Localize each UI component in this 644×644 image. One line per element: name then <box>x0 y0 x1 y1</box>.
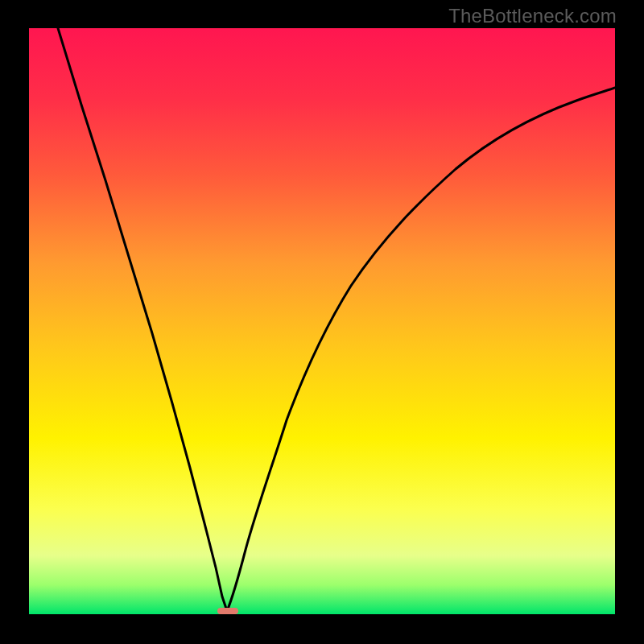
chart-frame: TheBottleneck.com <box>0 0 644 644</box>
cusp-marker <box>217 608 238 614</box>
gradient-background <box>29 28 615 614</box>
chart-svg <box>29 28 615 614</box>
watermark-text: TheBottleneck.com <box>448 5 617 27</box>
plot-area <box>29 28 615 614</box>
